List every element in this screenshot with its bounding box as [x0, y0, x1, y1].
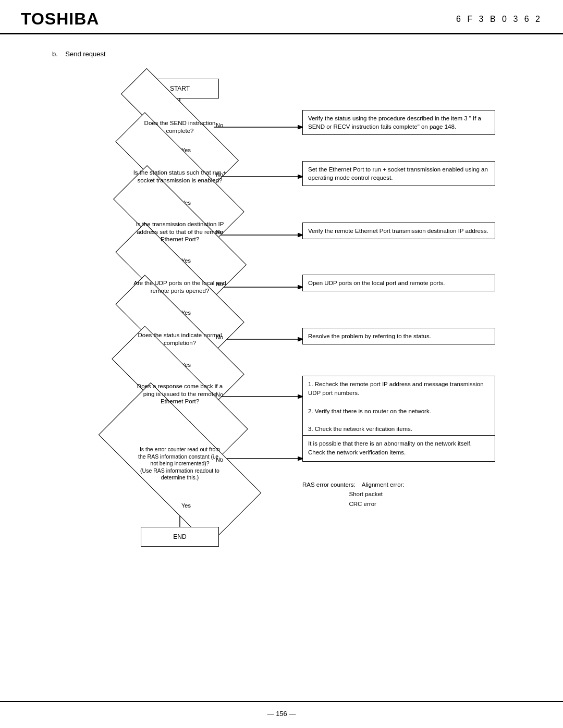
- note-4: Open UDP ports on the local port and rem…: [302, 275, 495, 291]
- diamond-3-text: Is the transmission destination IPaddres…: [109, 208, 250, 256]
- yes-label-7: Yes: [181, 502, 191, 509]
- section-title: Send request: [65, 50, 105, 58]
- note-8: RAS error counters: Alignment error: Sho…: [302, 480, 405, 509]
- end-box: END: [141, 527, 219, 547]
- page-header: TOSHIBA 6 F 3 B 0 3 6 2: [0, 0, 563, 34]
- diamond-3: Is the transmission destination IPaddres…: [109, 208, 250, 256]
- diamond-2-text: Is the station status such that run +soc…: [109, 156, 250, 198]
- document-number: 6 F 3 B 0 3 6 2: [456, 15, 542, 24]
- page-content: b. Send request: [0, 34, 563, 647]
- footer-page-number: — 156 —: [0, 710, 563, 718]
- diamond-6: Does a response come back if aping is is…: [107, 371, 253, 417]
- diamond-7: Is the error counter read out fromthe RA…: [102, 427, 258, 501]
- diamond-5-text: Does the status indicate normalcompletio…: [109, 318, 250, 360]
- diamond-1: Does the SEND instructioncomplete?: [115, 109, 245, 145]
- note-1: Verify the status using the procedure de…: [302, 110, 495, 135]
- note-2: Set the Ethernet Port to run + socket tr…: [302, 161, 495, 186]
- diamond-4-text: Are the UDP ports on the local andremote…: [109, 266, 250, 308]
- note-3: Verify the remote Ethernet Port transmis…: [302, 223, 495, 239]
- section-label: b. Send request: [52, 50, 532, 58]
- note-5: Resolve the problem by referring to the …: [302, 328, 495, 344]
- diamond-6-text: Does a response come back if aping is is…: [107, 371, 253, 417]
- diamond-7-text: Is the error counter read out fromthe RA…: [102, 427, 258, 501]
- note-6: 1. Recheck the remote port IP address an…: [302, 376, 495, 438]
- flowchart: START Does the SEND instructioncomplete?…: [68, 68, 516, 615]
- toshiba-logo: TOSHIBA: [21, 9, 99, 29]
- footer-line: [0, 701, 563, 702]
- diamond-2: Is the station status such that run +soc…: [109, 156, 250, 198]
- section-letter: b.: [52, 50, 58, 58]
- diamond-4: Are the UDP ports on the local andremote…: [109, 266, 250, 308]
- diamond-1-text: Does the SEND instructioncomplete?: [115, 109, 245, 145]
- note-7: It is possible that there is an abnormal…: [302, 435, 495, 462]
- diamond-5: Does the status indicate normalcompletio…: [109, 318, 250, 360]
